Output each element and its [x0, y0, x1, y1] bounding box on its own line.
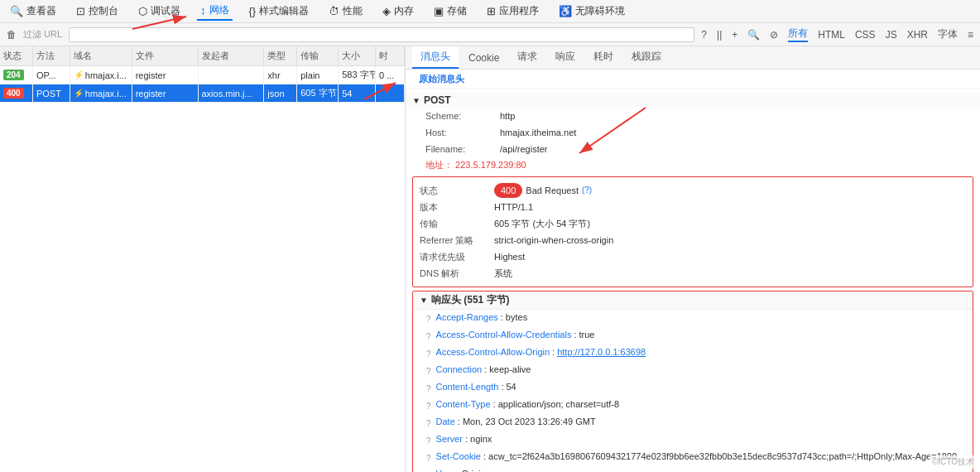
font-filter[interactable]: 字体	[938, 27, 958, 41]
scheme-label: Scheme:	[425, 108, 500, 123]
table-row[interactable]: 400 POST ⚡ hmajax.i... register axios.mi…	[0, 84, 405, 103]
tab-message-headers[interactable]: 消息头	[412, 46, 459, 69]
filter-controls: ? || + 🔍 ⊘ 所有 HTML CSS JS XHR 字体 ≡	[701, 26, 973, 42]
toolbar-storage[interactable]: ▣ 存储	[430, 2, 470, 20]
cell-time: 0 ...	[376, 66, 405, 84]
toolbar-console[interactable]: ⊡ 控制台	[73, 2, 122, 20]
help-circle-icon[interactable]: ?	[426, 364, 431, 378]
detail-row-host: Host: hmajax.itheima.net	[406, 124, 980, 141]
tab-stack[interactable]: 栈跟踪	[623, 46, 670, 69]
html-filter[interactable]: HTML	[818, 29, 845, 41]
filter-url-input[interactable]	[69, 27, 694, 42]
header-name: Connection	[436, 363, 483, 377]
inspector-icon: 🔍	[10, 5, 23, 17]
sub-tab-raw[interactable]: 原始消息头	[412, 71, 471, 87]
tab-request[interactable]: 请求	[509, 46, 545, 69]
header-name: Vary	[436, 467, 454, 472]
dns-value: 系统	[494, 266, 512, 281]
priority-value: Highest	[494, 249, 525, 264]
cell-type-2: json	[264, 84, 297, 102]
status-row-code: 状态 400 Bad Request (?)	[420, 182, 966, 199]
header-item-set-cookie: ? Set-Cookie : acw_tc=2f624a3b1698067609…	[413, 449, 973, 466]
status-help-icon[interactable]: (?)	[582, 183, 592, 198]
filename-label: Filename:	[425, 142, 500, 157]
status-row-transfer: 传输 605 字节 (大小 54 字节)	[420, 215, 966, 232]
toolbar-app-label: 应用程序	[499, 4, 539, 18]
toolbar-memory[interactable]: ◈ 内存	[379, 2, 417, 20]
toolbar-network[interactable]: ↕ 网络	[197, 2, 233, 21]
tab-response[interactable]: 响应	[547, 46, 584, 69]
no-entry-btn[interactable]: ⊘	[770, 29, 778, 41]
all-filter[interactable]: 所有	[788, 26, 808, 42]
more-filters-btn[interactable]: ≡	[968, 29, 973, 41]
toolbar-performance-label: 性能	[343, 4, 363, 18]
domain-icon: ⚡	[74, 70, 84, 79]
help-circle-icon[interactable]: ?	[426, 469, 431, 472]
toolbar-performance[interactable]: ⏱ 性能	[325, 2, 366, 20]
cell-initiator	[199, 66, 265, 84]
tab-timing[interactable]: 耗时	[585, 46, 622, 69]
cell-time-2	[376, 84, 405, 102]
help-circle-icon[interactable]: ?	[426, 434, 431, 448]
help-circle-icon[interactable]: ?	[426, 312, 431, 326]
version-value: HTTP/1.1	[494, 200, 533, 214]
help-circle-icon[interactable]: ?	[426, 451, 431, 465]
watermark: ©ICTO技术	[930, 455, 977, 469]
help-btn[interactable]: ?	[701, 29, 707, 41]
address-row: 地址： 223.5.179.239:80	[406, 157, 980, 173]
pause-btn[interactable]: ||	[717, 29, 722, 41]
help-circle-icon[interactable]: ?	[426, 382, 431, 396]
status-row-dns: DNS 解析 系统	[420, 265, 966, 282]
help-circle-icon[interactable]: ?	[426, 330, 431, 344]
header-item-server: ? Server : nginx	[413, 431, 973, 449]
header-name: Content-Type	[436, 397, 491, 412]
header-item-acao: ? Access-Control-Allow-Origin : http://1…	[413, 344, 973, 362]
priority-label: 请求优先级	[420, 249, 494, 264]
toolbar-inspector-label: 查看器	[26, 4, 56, 18]
table-row[interactable]: 204 OP... ⚡ hmajax.i... register xhr	[0, 66, 405, 84]
status-row-referrer: Referrer 策略 strict-origin-when-cross-ori…	[420, 232, 966, 248]
detail-row-scheme: Scheme: http	[406, 108, 980, 124]
post-section-header[interactable]: ▼ POST	[406, 93, 980, 108]
version-label: 版本	[420, 200, 494, 214]
tab-cookie[interactable]: Cookie	[460, 49, 507, 69]
xhr-filter[interactable]: XHR	[907, 29, 928, 41]
header-name: Accept-Ranges	[436, 311, 498, 325]
help-circle-icon[interactable]: ?	[426, 347, 431, 361]
toolbar-accessibility[interactable]: ♿ 无障碍环境	[555, 2, 628, 20]
help-circle-icon[interactable]: ?	[426, 399, 431, 413]
toolbar-application[interactable]: ⊞ 应用程序	[483, 2, 542, 20]
header-value-link[interactable]: http://127.0.0.1:63698	[557, 345, 646, 359]
column-headers: 状态 方法 域名 文件 发起者 类型 传输 大小	[0, 46, 405, 66]
add-btn[interactable]: +	[732, 29, 737, 41]
header-value: true	[579, 328, 594, 342]
col-header-status: 状态	[0, 46, 33, 65]
response-section-header[interactable]: ▼ 响应头 (551 字节)	[413, 291, 973, 310]
col-header-time: 时	[376, 46, 405, 65]
status-code-label: 状态	[420, 183, 494, 198]
toolbar-debugger[interactable]: ⬡ 调试器	[135, 2, 184, 20]
performance-icon: ⏱	[329, 5, 339, 17]
header-item-connection: ? Connection : keep-alive	[413, 362, 973, 379]
toolbar-debugger-label: 调试器	[151, 4, 180, 18]
toolbar-network-label: 网络	[209, 3, 229, 17]
col-header-type: 类型	[264, 46, 297, 65]
search-btn[interactable]: 🔍	[747, 29, 760, 41]
toolbar-style-editor[interactable]: {} 样式编辑器	[246, 2, 313, 20]
toolbar-memory-label: 内存	[394, 4, 414, 18]
js-filter[interactable]: JS	[886, 29, 897, 41]
referrer-label: Referrer 策略	[420, 233, 494, 248]
response-triangle-icon: ▼	[420, 296, 428, 305]
header-name: Set-Cookie	[436, 450, 481, 464]
toolbar-inspector[interactable]: 🔍 查看器	[7, 2, 60, 20]
status-badge-204: 204	[3, 70, 24, 80]
help-circle-icon[interactable]: ?	[426, 417, 431, 431]
status-badge-400: 400	[3, 88, 24, 99]
col-header-transfer: 传输	[297, 46, 339, 65]
clear-requests-btn[interactable]: 🗑	[7, 29, 17, 41]
css-filter[interactable]: CSS	[855, 29, 876, 41]
cell-file: register	[132, 66, 199, 84]
right-panel: 消息头 Cookie 请求 响应 耗时 栈跟踪 原始消息头	[406, 46, 980, 472]
cell-domain: ⚡ hmajax.i...	[70, 84, 132, 102]
address-value: 223.5.179.239:80	[455, 160, 526, 170]
